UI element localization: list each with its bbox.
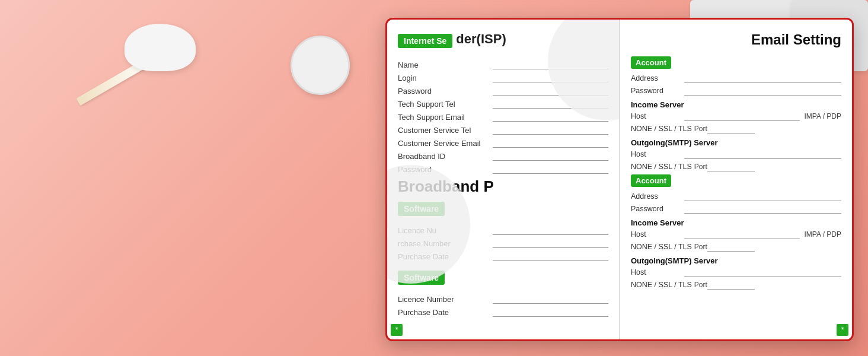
impa-pdp-2: IMPA / PDP [805,230,841,239]
port-row-outgoing-1: NONE / SSL / TLS Port [631,162,841,171]
software-tag-1: Software [398,202,445,216]
ssl-label-outgoing-1: NONE / SSL / TLS [631,163,692,171]
ssl-label-outgoing-2: NONE / SSL / TLS [631,281,692,289]
line-address-1 [684,74,841,83]
form-row-password-r1: Password [631,86,841,96]
line-password-r1 [684,86,841,96]
corner-star-left: * [391,324,403,336]
broadband-title: Broadband P [398,177,494,195]
line-host-income-1 [684,112,800,121]
form-row-host-income-2: Host IMPA / PDP [631,230,841,239]
label-purchase-num-1: rchase Number [398,239,493,248]
right-page: Email Setting Account Address Password I… [620,20,852,339]
left-page: Internet Se der(ISP) Name Login Password… [387,20,620,339]
port-row-income-2: NONE / SSL / TLS Port [631,242,841,252]
label-password-r2: Password [631,205,684,213]
port-text-income-1: Port [694,125,707,133]
isp-tag: Internet Se [398,34,452,48]
isp-header-row: Internet Se der(ISP) [398,31,608,55]
line-tech-tel [493,99,608,109]
form-row-password: Password [398,86,608,96]
form-row-tech-tel: Tech Support Tel [398,99,608,109]
impa-pdp-1: IMPA / PDP [805,112,841,120]
software-section-2: Software [398,265,608,290]
label-password: Password [398,87,493,96]
line-purchase-date-1 [493,252,608,261]
broadband-large-text: Broadband P [398,177,608,196]
form-row-cs-email: Customer Service Email [398,138,608,148]
label-licence-2: Licence Number [398,295,493,304]
port-text-income-2: Port [694,243,707,251]
software-tag-2: Software [398,271,445,285]
form-row-address-2: Address [631,192,841,201]
corner-star-right: * [837,324,848,336]
form-row-bb-password: Password [398,164,608,174]
outgoing-server-1-title: Outgoing(SMTP) Server [631,138,841,147]
line-login [493,73,608,82]
label-address-2: Address [631,192,684,201]
line-cs-tel [493,125,608,135]
label-purchase-date-2: Purchase Date [398,308,493,317]
isp-title: der(ISP) [456,31,506,47]
email-setting-title: Email Setting [631,31,841,48]
label-host-outgoing-2: Host [631,268,684,276]
form-row-licence-2: Licence Number [398,294,608,304]
form-row-host-outgoing-2: Host [631,268,841,277]
account-2-row: Account [631,174,841,187]
line-password [493,86,608,96]
account-1-row: Account [631,56,841,69]
label-cs-tel: Customer Service Tel [398,126,493,135]
line-address-2 [684,192,841,201]
label-address-1: Address [631,74,684,82]
form-row-cs-tel: Customer Service Tel [398,125,608,135]
label-licence-1: Licence Nu [398,226,493,235]
port-text-outgoing-2: Port [694,281,707,289]
line-port-income-2 [707,242,755,252]
clock-decoration [291,36,350,95]
label-bb-password: Password [398,165,493,174]
label-password-r1: Password [631,87,684,95]
line-tech-email [493,112,608,122]
line-cs-email [493,138,608,148]
port-row-outgoing-2: NONE / SSL / TLS Port [631,280,841,290]
notebook: Internet Se der(ISP) Name Login Password… [385,18,854,341]
form-row-address-1: Address [631,74,841,83]
label-cs-email: Customer Service Email [398,139,493,148]
line-port-outgoing-1 [707,162,755,171]
ssl-label-income-1: NONE / SSL / TLS [631,125,692,133]
form-row-purchase-date-2: Purchase Date [398,307,608,317]
outgoing-server-2-title: Outgoing(SMTP) Server [631,256,841,265]
line-host-outgoing-1 [684,150,841,159]
label-host-outgoing-1: Host [631,150,684,158]
label-host-income-1: Host [631,112,684,120]
form-row-host-outgoing-1: Host [631,150,841,159]
label-tech-tel: Tech Support Tel [398,100,493,109]
account-tag-1: Account [631,56,671,69]
account-tag-2: Account [631,174,671,187]
form-row-purchase-num-1: rchase Number [398,239,608,248]
port-text-outgoing-1: Port [694,163,707,171]
form-row-purchase-date-1: Purchase Date [398,252,608,261]
income-server-2-title: Income Server [631,218,841,227]
ssl-label-income-2: NONE / SSL / TLS [631,243,692,251]
form-row-tech-email: Tech Support Email [398,112,608,122]
label-purchase-date-1: Purchase Date [398,252,493,261]
line-broadband-id [493,151,608,161]
line-purchase-num-1 [493,239,608,248]
form-row-password-r2: Password [631,204,841,214]
line-licence-2 [493,294,608,304]
line-purchase-date-2 [493,307,608,317]
income-server-1-title: Income Server [631,100,841,109]
label-name: Name [398,61,493,69]
port-row-income-1: NONE / SSL / TLS Port [631,124,841,134]
label-login: Login [398,74,493,82]
form-row-login: Login [398,73,608,82]
label-tech-email: Tech Support Email [398,113,493,122]
line-port-outgoing-2 [707,280,755,290]
form-row-licence-1: Licence Nu [398,225,608,235]
line-name [493,60,608,69]
label-host-income-2: Host [631,230,684,239]
line-bb-password [493,164,608,174]
line-licence-1 [493,225,608,235]
form-row-name: Name [398,60,608,69]
